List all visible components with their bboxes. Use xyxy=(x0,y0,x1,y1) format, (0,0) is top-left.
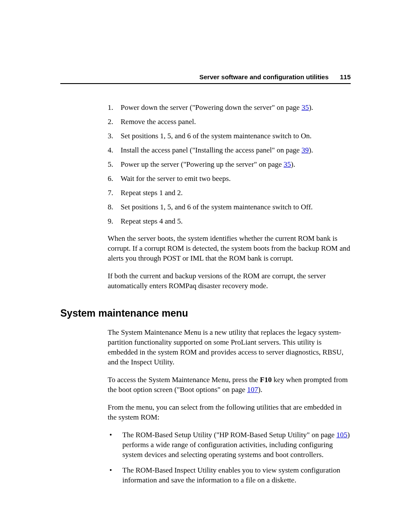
step-text: Repeat steps 1 and 2. xyxy=(121,188,351,198)
step-text: Wait for the server to emit two beeps. xyxy=(121,174,351,184)
page-link[interactable]: 107 xyxy=(247,386,258,394)
step-text: Power down the server ("Powering down th… xyxy=(121,103,351,113)
bullet-icon: • xyxy=(108,430,122,460)
paragraph: When the server boots, the system identi… xyxy=(108,234,351,264)
page-header: Server software and configuration utilit… xyxy=(60,73,351,84)
step-number: 6. xyxy=(108,174,121,184)
key-name: F10 xyxy=(260,376,271,384)
step-text: Repeat steps 4 and 5. xyxy=(121,217,351,227)
step-number: 5. xyxy=(108,160,121,170)
step-number: 7. xyxy=(108,188,121,198)
list-item: 9. Repeat steps 4 and 5. xyxy=(108,217,351,227)
step-text: Remove the access panel. xyxy=(121,117,351,127)
list-item: 6. Wait for the server to emit two beeps… xyxy=(108,174,351,184)
paragraph: The System Maintenance Menu is a new uti… xyxy=(108,328,351,367)
list-item: • The ROM-Based Setup Utility ("HP ROM-B… xyxy=(108,430,351,460)
list-item: 4. Install the access panel ("Installing… xyxy=(108,146,351,156)
page-link[interactable]: 105 xyxy=(336,431,348,439)
list-item: • The ROM-Based Inspect Utility enables … xyxy=(108,466,351,485)
step-text: Set positions 1, 5, and 6 of the system … xyxy=(121,131,351,141)
list-item: 5. Power up the server ("Powering up the… xyxy=(108,160,351,170)
list-item: 3. Set positions 1, 5, and 6 of the syst… xyxy=(108,131,351,141)
step-number: 1. xyxy=(108,103,121,113)
step-number: 4. xyxy=(108,146,121,156)
paragraph: To access the System Maintenance Menu, p… xyxy=(108,375,351,395)
list-item: 1. Power down the server ("Powering down… xyxy=(108,103,351,113)
step-number: 9. xyxy=(108,217,121,227)
step-text: Set positions 1, 5, and 6 of the system … xyxy=(121,202,351,212)
step-number: 8. xyxy=(108,202,121,212)
header-title: Server software and configuration utilit… xyxy=(199,73,329,81)
ordered-steps: 1. Power down the server ("Powering down… xyxy=(108,103,351,226)
step-number: 3. xyxy=(108,131,121,141)
bullet-list: • The ROM-Based Setup Utility ("HP ROM-B… xyxy=(108,430,351,486)
bullet-icon: • xyxy=(108,466,122,485)
bullet-text: The ROM-Based Setup Utility ("HP ROM-Bas… xyxy=(122,430,351,460)
step-text: Install the access panel ("Installing th… xyxy=(121,146,351,156)
step-number: 2. xyxy=(108,117,121,127)
page-link[interactable]: 39 xyxy=(302,146,309,154)
page-link[interactable]: 35 xyxy=(283,160,291,168)
page-link[interactable]: 35 xyxy=(302,103,309,112)
list-item: 8. Set positions 1, 5, and 6 of the syst… xyxy=(108,202,351,212)
section-heading: System maintenance menu xyxy=(60,308,351,319)
paragraph: If both the current and backup versions … xyxy=(108,271,351,291)
header-page-number: 115 xyxy=(340,73,351,81)
paragraph: From the menu, you can select from the f… xyxy=(108,403,351,423)
bullet-text: The ROM-Based Inspect Utility enables yo… xyxy=(122,466,351,485)
step-text: Power up the server ("Powering up the se… xyxy=(121,160,351,170)
list-item: 2. Remove the access panel. xyxy=(108,117,351,127)
list-item: 7. Repeat steps 1 and 2. xyxy=(108,188,351,198)
